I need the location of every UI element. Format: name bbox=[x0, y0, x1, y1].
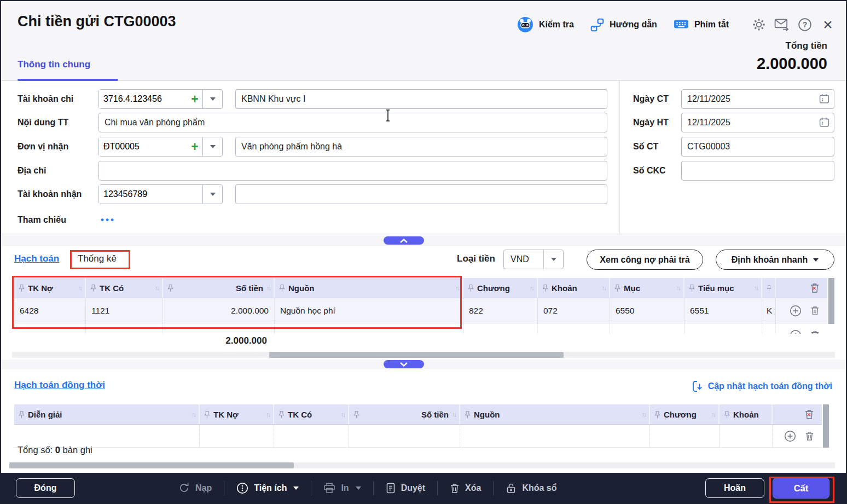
keyboard-icon bbox=[674, 19, 689, 31]
doc-date-input[interactable] bbox=[681, 89, 834, 109]
payment-content-input[interactable] bbox=[98, 113, 607, 132]
help-icon[interactable] bbox=[796, 15, 814, 34]
delete-button[interactable]: Xóa bbox=[438, 483, 493, 494]
save-button[interactable]: Cất bbox=[773, 478, 829, 499]
lock-button[interactable]: Khóa sổ bbox=[494, 483, 568, 494]
col-actions: ✕ bbox=[776, 278, 827, 298]
flowchart-icon bbox=[590, 18, 604, 32]
currency-value: VND bbox=[504, 250, 543, 269]
accounting-table-vscrollbar[interactable] bbox=[828, 278, 834, 324]
tab-hach-toan[interactable]: Hạch toán bbox=[14, 253, 59, 264]
col-chuong[interactable]: Chương↑↓ bbox=[650, 404, 720, 424]
accounting-hscroll-thumb[interactable] bbox=[269, 352, 564, 358]
reload-button[interactable]: Nạp bbox=[166, 482, 224, 494]
receive-account-field bbox=[98, 184, 223, 204]
utilities-button[interactable]: Tiện ích bbox=[224, 482, 311, 494]
expand-table-button[interactable] bbox=[384, 360, 424, 368]
address-input[interactable] bbox=[98, 161, 607, 181]
delete-row-icon bbox=[810, 330, 820, 334]
total-amount-value: 2.000.000 bbox=[757, 55, 827, 73]
close-button[interactable]: Đóng bbox=[16, 478, 75, 498]
col-nguon[interactable]: Nguồn↑↓ bbox=[460, 404, 650, 424]
tab-general-info[interactable]: Thông tin chung bbox=[18, 59, 90, 70]
calendar-icon[interactable] bbox=[819, 117, 829, 128]
col-so-tien[interactable]: Số tiền↑↓ bbox=[349, 404, 460, 424]
trash-icon bbox=[450, 483, 460, 494]
currency-select[interactable]: VND bbox=[503, 250, 564, 269]
shortcut-button[interactable]: Phím tắt bbox=[674, 19, 729, 31]
calendar-icon[interactable] bbox=[819, 94, 829, 104]
robot-icon bbox=[517, 16, 533, 33]
receiver-unit-dropdown[interactable] bbox=[202, 137, 222, 156]
accounting-table-header: TK Nợ↑↓ TK Có↑↓ Số tiền↑↓ Nguồn↑↓ Chương… bbox=[14, 278, 827, 298]
col-khoan[interactable]: Khoản bbox=[720, 404, 773, 424]
add-row-icon[interactable] bbox=[784, 430, 796, 442]
simultaneous-title-link[interactable]: Hạch toán đồng thời bbox=[14, 380, 105, 391]
accounting-row-partial bbox=[14, 323, 827, 334]
chevron-down-icon bbox=[210, 145, 216, 148]
col-khoan[interactable]: Khoản↑↓ bbox=[538, 278, 610, 298]
receiver-unit-name-input[interactable] bbox=[235, 137, 607, 157]
view-payables-button[interactable]: Xem công nợ phải trả bbox=[587, 250, 703, 270]
doc-number-input[interactable] bbox=[681, 137, 834, 157]
label-tai-khoan-chi: Tài khoản chi bbox=[18, 89, 73, 109]
currency-label: Loại tiền bbox=[457, 253, 495, 264]
label-tham-chieu: Tham chiếu bbox=[18, 210, 66, 230]
add-plus-icon[interactable]: + bbox=[187, 137, 202, 156]
approve-button[interactable]: Duyệt bbox=[374, 483, 437, 494]
delete-row-icon[interactable] bbox=[810, 305, 820, 316]
pay-account-dropdown[interactable] bbox=[202, 90, 222, 108]
accounting-total: 2.000.000 bbox=[163, 335, 267, 346]
header: Chi tiền gửi CTG00003 Kiểm tra Hướng dẫn… bbox=[1, 1, 846, 81]
close-icon[interactable]: × bbox=[819, 15, 837, 34]
add-plus-icon[interactable]: + bbox=[187, 90, 202, 108]
post-date-input[interactable] bbox=[681, 113, 834, 132]
pay-account-input[interactable] bbox=[99, 90, 187, 108]
pay-account-name-input[interactable] bbox=[235, 89, 607, 109]
check-button[interactable]: Kiểm tra bbox=[517, 16, 574, 33]
col-tk-co[interactable]: TK Có↑↓ bbox=[274, 404, 349, 424]
collapse-form-button[interactable] bbox=[384, 236, 424, 245]
col-so-tien[interactable]: Số tiền↑↓ bbox=[163, 278, 275, 298]
add-row-icon[interactable] bbox=[790, 305, 802, 317]
col-muc[interactable]: Mục↑↓ bbox=[610, 278, 684, 298]
col-tieu-muc[interactable]: Tiểu mục↑↓ bbox=[684, 278, 762, 298]
quick-posting-button[interactable]: Định khoản nhanh bbox=[716, 250, 834, 270]
postpone-button[interactable]: Hoãn bbox=[705, 478, 764, 498]
simultaneous-table-vscrollbar[interactable] bbox=[823, 404, 829, 448]
send-mail-icon[interactable] bbox=[773, 15, 791, 34]
delete-all-rows-icon[interactable]: ✕ bbox=[810, 282, 820, 293]
update-simultaneous-link[interactable]: Cập nhật hạch toán đồng thời bbox=[692, 380, 832, 392]
col-dien-giai[interactable]: Diễn giải↑↓ bbox=[14, 404, 200, 424]
receive-account-input[interactable] bbox=[99, 185, 202, 204]
chevron-down-icon bbox=[813, 258, 819, 262]
col-actions: ✕ bbox=[773, 404, 822, 424]
chevron-down-icon bbox=[293, 486, 299, 490]
col-nguon[interactable]: Nguồn↑↓ bbox=[275, 278, 463, 298]
delete-row-icon[interactable] bbox=[805, 431, 814, 441]
add-row-icon bbox=[790, 329, 802, 334]
col-tk-no[interactable]: TK Nợ↑↓ bbox=[14, 278, 86, 298]
col-chuong[interactable]: Chương↑↓ bbox=[463, 278, 538, 298]
simultaneous-hscroll-thumb[interactable] bbox=[9, 462, 294, 468]
label-so-ct: Số CT bbox=[633, 137, 658, 157]
print-button[interactable]: In bbox=[311, 483, 373, 494]
reference-more-button[interactable]: ••• bbox=[101, 210, 115, 230]
delete-all-rows-icon[interactable]: ✕ bbox=[804, 409, 814, 420]
bottom-toolbar: Đóng Nạp Tiện ích In Duyệt bbox=[1, 473, 846, 503]
chevron-down-icon bbox=[551, 258, 556, 261]
receiver-unit-input[interactable] bbox=[99, 137, 187, 156]
ckc-number-field bbox=[681, 161, 834, 181]
col-tk-co[interactable]: TK Có↑↓ bbox=[86, 278, 163, 298]
simultaneous-table-header: Diễn giải↑↓ TK Nợ↑↓ TK Có↑↓ Số tiền↑↓ Ng… bbox=[14, 404, 822, 425]
receive-account-name-input[interactable] bbox=[235, 184, 607, 204]
settings-gear-icon[interactable] bbox=[750, 15, 768, 34]
guide-button[interactable]: Hướng dẫn bbox=[590, 18, 657, 32]
col-tk-no[interactable]: TK Nợ↑↓ bbox=[200, 404, 274, 424]
tab-thong-ke[interactable]: Thống kê bbox=[78, 253, 117, 264]
accounting-row[interactable]: 6428 1121 2.000.000 Nguồn học phí 822 07… bbox=[14, 298, 827, 323]
currency-dropdown[interactable] bbox=[543, 250, 563, 269]
receive-account-dropdown[interactable] bbox=[202, 185, 222, 204]
page-title: Chi tiền gửi CTG00003 bbox=[18, 13, 176, 30]
ckc-number-input[interactable] bbox=[681, 161, 834, 181]
